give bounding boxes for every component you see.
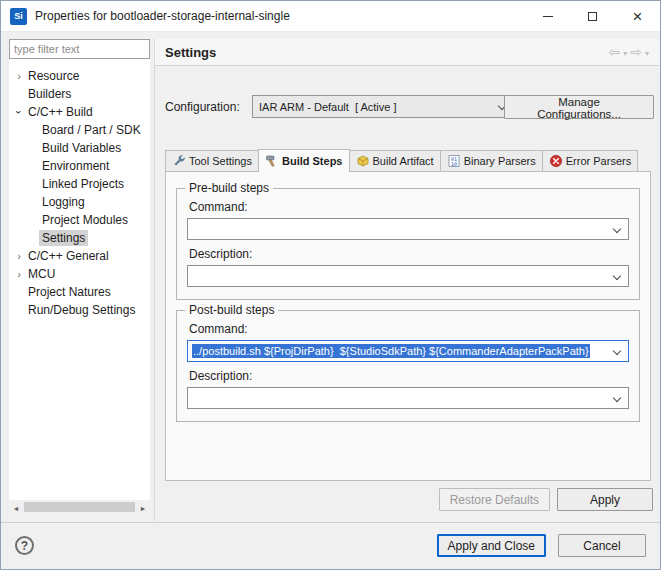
chevron-down-icon bbox=[613, 272, 621, 280]
minimize-icon bbox=[543, 16, 553, 17]
tree-item-project-natures[interactable]: Project Natures bbox=[9, 283, 150, 301]
titlebar: Si Properties for bootloader-storage-int… bbox=[1, 1, 660, 32]
tab-build-steps[interactable]: Build Steps bbox=[258, 149, 350, 172]
scroll-right-icon bbox=[140, 500, 147, 514]
tree-item-label: Project Natures bbox=[25, 284, 114, 300]
settings-header: Settings bbox=[155, 39, 659, 66]
chevron-expanded-icon[interactable]: › bbox=[11, 106, 27, 118]
post-build-description-combo[interactable] bbox=[187, 387, 629, 409]
chevron-collapsed-icon[interactable]: › bbox=[13, 68, 25, 84]
tab-label: Tool Settings bbox=[189, 155, 252, 167]
filter-input[interactable] bbox=[9, 39, 150, 59]
chevron-collapsed-icon[interactable]: › bbox=[13, 248, 25, 264]
configuration-row: Configuration: IAR ARM - Default [ Activ… bbox=[165, 95, 654, 119]
wrench-icon bbox=[172, 154, 186, 168]
chevron-down-icon bbox=[613, 225, 621, 233]
maximize-icon bbox=[588, 12, 597, 21]
tree-item-logging[interactable]: Logging bbox=[9, 193, 150, 211]
footer-buttons: Apply and Close Cancel bbox=[437, 534, 646, 557]
tree-item-run-debug-settings[interactable]: Run/Debug Settings bbox=[9, 301, 150, 319]
tab-label: Build Artifact bbox=[373, 155, 434, 167]
configuration-value: IAR ARM - Default [ Active ] bbox=[259, 101, 397, 113]
window-controls bbox=[525, 1, 660, 32]
hammer-icon bbox=[265, 154, 279, 168]
tree-item-c-c-build[interactable]: ›C/C++ Build bbox=[9, 103, 150, 121]
chevron-collapsed-icon[interactable]: › bbox=[13, 266, 25, 282]
package-icon bbox=[356, 154, 370, 168]
help-button[interactable] bbox=[15, 536, 34, 555]
configuration-label: Configuration: bbox=[165, 100, 240, 114]
tree-item-label: Environment bbox=[39, 158, 112, 174]
close-icon bbox=[633, 8, 643, 25]
tree-item-linked-projects[interactable]: Linked Projects bbox=[9, 175, 150, 193]
nav-forward-button[interactable] bbox=[630, 44, 642, 60]
tree-item-settings[interactable]: Settings bbox=[9, 229, 150, 247]
nav-back-dropdown-icon[interactable] bbox=[623, 45, 627, 59]
binary-icon: 0110 bbox=[447, 154, 461, 168]
apply-button[interactable]: Apply bbox=[557, 488, 653, 511]
close-button[interactable] bbox=[615, 1, 660, 32]
settings-panel: Settings Configuration: IAR ARM - Defaul… bbox=[154, 39, 659, 521]
pre-build-command-combo[interactable] bbox=[187, 218, 629, 240]
tree-item-label: Logging bbox=[39, 194, 88, 210]
tree-item-board-part-sdk[interactable]: Board / Part / SDK bbox=[9, 121, 150, 139]
svg-text:10: 10 bbox=[451, 161, 457, 167]
maximize-button[interactable] bbox=[570, 1, 615, 32]
restore-defaults-button[interactable]: Restore Defaults bbox=[439, 488, 550, 511]
tree-item-c-c-general[interactable]: ›C/C++ General bbox=[9, 247, 150, 265]
nav-back-button[interactable] bbox=[609, 44, 621, 60]
scroll-left-button[interactable] bbox=[9, 500, 23, 514]
app-icon: Si bbox=[10, 8, 27, 25]
properties-dialog-window: Si Properties for bootloader-storage-int… bbox=[0, 0, 661, 570]
tree-item-label: C/C++ Build bbox=[25, 104, 96, 120]
tree-item-label: Linked Projects bbox=[39, 176, 127, 192]
post-build-command-label: Command: bbox=[189, 322, 629, 336]
post-build-steps-group: Post-build steps Command: ../postbuild.s… bbox=[176, 310, 640, 422]
chevron-down-icon bbox=[613, 347, 621, 355]
scrollbar-thumb[interactable] bbox=[24, 502, 135, 512]
pre-build-description-combo[interactable] bbox=[187, 265, 629, 287]
post-build-description-label: Description: bbox=[189, 369, 629, 383]
tree-item-label: MCU bbox=[25, 266, 58, 282]
tab-binary-parsers[interactable]: 0110Binary Parsers bbox=[440, 150, 543, 171]
post-build-steps-group-title: Post-build steps bbox=[185, 303, 278, 317]
sidebar-horizontal-scrollbar[interactable] bbox=[9, 500, 150, 514]
pre-build-description-label: Description: bbox=[189, 247, 629, 261]
tree-item-label: C/C++ General bbox=[25, 248, 112, 264]
tab-label: Build Steps bbox=[282, 155, 343, 167]
tab-error-parsers[interactable]: Error Parsers bbox=[542, 150, 638, 171]
window-title: Properties for bootloader-storage-intern… bbox=[35, 9, 290, 23]
tree-item-label: Board / Part / SDK bbox=[39, 122, 144, 138]
apply-and-close-button[interactable]: Apply and Close bbox=[437, 534, 546, 557]
tree-item-resource[interactable]: ›Resource bbox=[9, 67, 150, 85]
error-icon bbox=[549, 154, 563, 168]
dialog-footer: Apply and Close Cancel bbox=[1, 522, 660, 569]
tree-item-build-variables[interactable]: Build Variables bbox=[9, 139, 150, 157]
configuration-combo[interactable]: IAR ARM - Default [ Active ] bbox=[252, 95, 514, 118]
cancel-button[interactable]: Cancel bbox=[558, 534, 646, 557]
scroll-right-button[interactable] bbox=[136, 500, 150, 514]
tree-item-project-modules[interactable]: Project Modules bbox=[9, 211, 150, 229]
tree-item-label: Settings bbox=[39, 230, 88, 246]
nav-forward-dropdown-icon[interactable] bbox=[645, 45, 649, 59]
scroll-left-icon bbox=[13, 500, 20, 514]
tab-tool-settings[interactable]: Tool Settings bbox=[165, 150, 259, 171]
tree-item-label: Resource bbox=[25, 68, 82, 84]
pre-build-steps-group-title: Pre-build steps bbox=[185, 181, 273, 195]
tab-build-artifact[interactable]: Build Artifact bbox=[349, 150, 441, 171]
tree-item-environment[interactable]: Environment bbox=[9, 157, 150, 175]
minimize-button[interactable] bbox=[525, 1, 570, 32]
tree-item-label: Run/Debug Settings bbox=[25, 302, 138, 318]
post-build-command-combo[interactable]: ../postbuild.sh ${ProjDirPath} ${StudioS… bbox=[187, 340, 629, 362]
apply-row: Restore Defaults Apply bbox=[439, 488, 653, 511]
properties-sidebar: ›ResourceBuilders›C/C++ BuildBoard / Par… bbox=[9, 39, 150, 514]
tree-item-mcu[interactable]: ›MCU bbox=[9, 265, 150, 283]
tab-label: Binary Parsers bbox=[464, 155, 536, 167]
tab-label: Error Parsers bbox=[566, 155, 631, 167]
tree-item-label: Builders bbox=[25, 86, 74, 102]
tree-item-builders[interactable]: Builders bbox=[9, 85, 150, 103]
settings-tabbar: Tool SettingsBuild StepsBuild Artifact01… bbox=[165, 149, 651, 172]
page-title: Settings bbox=[165, 45, 216, 60]
manage-configurations-button[interactable]: Manage Configurations... bbox=[504, 95, 654, 119]
pre-build-steps-group: Pre-build steps Command: Description: bbox=[176, 188, 640, 300]
